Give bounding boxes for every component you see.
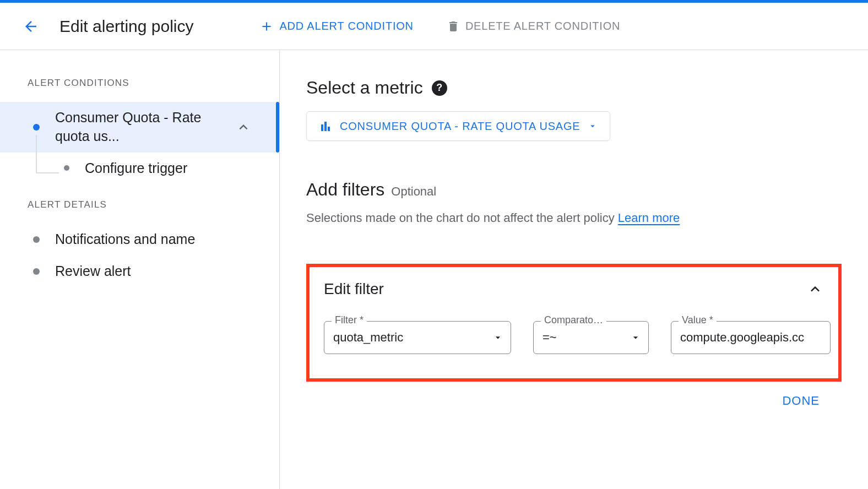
step-dot-icon — [33, 236, 40, 243]
trash-icon — [447, 20, 460, 33]
edit-filter-header: Edit filter — [324, 280, 824, 298]
add-condition-label: ADD ALERT CONDITION — [279, 20, 413, 32]
comparator-field: Comparato… =~ — [533, 321, 649, 354]
filter-field-label: Filter * — [332, 314, 367, 326]
arrow-left-icon — [23, 18, 39, 35]
main-panel: Select a metric ? CONSUMER QUOTA - RATE … — [280, 50, 868, 489]
sidebar: ALERT CONDITIONS Consumer Quota - Rate q… — [0, 50, 280, 489]
sidebar-item-label: Configure trigger — [85, 159, 252, 178]
filters-desc-text: Selections made on the chart do not affe… — [306, 211, 618, 225]
value-input[interactable]: compute.googleapis.cc — [671, 321, 831, 354]
step-dot-icon — [33, 124, 40, 131]
filters-heading-row: Add filters Optional — [306, 180, 842, 200]
filter-select[interactable]: quota_metric — [324, 321, 511, 354]
filters-description: Selections made on the chart do not affe… — [306, 211, 842, 225]
edit-filter-title: Edit filter — [324, 280, 384, 298]
step-dot-icon — [64, 165, 69, 171]
filter-field: Filter * quota_metric — [324, 321, 511, 354]
content: ALERT CONDITIONS Consumer Quota - Rate q… — [0, 50, 868, 489]
plus-icon — [259, 19, 274, 34]
edit-filter-panel: Edit filter Filter * quota_metric — [306, 264, 842, 382]
sidebar-item-review-alert[interactable]: Review alert — [0, 256, 279, 287]
filters-section: Add filters Optional Selections made on … — [306, 180, 842, 408]
sidebar-section-conditions: ALERT CONDITIONS — [0, 78, 279, 102]
header-actions: ADD ALERT CONDITION DELETE ALERT CONDITI… — [259, 15, 620, 38]
value-input-text: compute.googleapis.cc — [680, 330, 804, 345]
done-button[interactable]: DONE — [782, 394, 820, 408]
add-filters-heading: Add filters — [306, 180, 384, 200]
metric-selector[interactable]: CONSUMER QUOTA - RATE QUOTA USAGE — [306, 111, 610, 141]
done-row: DONE — [306, 394, 842, 408]
optional-label: Optional — [391, 184, 436, 199]
step-dot-icon — [33, 268, 40, 275]
sidebar-section-details: ALERT DETAILS — [0, 184, 279, 224]
sidebar-conditions-block: Consumer Quota - Rate quota us... Config… — [0, 102, 279, 184]
value-field-label: Value * — [679, 314, 717, 326]
sidebar-item-label: Consumer Quota - Rate quota us... — [55, 108, 229, 146]
chevron-up-icon — [806, 280, 824, 298]
learn-more-link[interactable]: Learn more — [618, 211, 680, 225]
metric-chip-label: CONSUMER QUOTA - RATE QUOTA USAGE — [340, 120, 580, 133]
sidebar-item-configure-trigger[interactable]: Configure trigger — [0, 153, 279, 184]
delete-condition-label: DELETE ALERT CONDITION — [465, 20, 620, 32]
back-button[interactable] — [22, 18, 40, 35]
select-metric-title: Select a metric — [306, 78, 423, 98]
collapse-filter-button[interactable] — [806, 280, 824, 298]
sidebar-item-label: Notifications and name — [55, 230, 252, 249]
page-title: Edit alerting policy — [59, 17, 193, 36]
sidebar-item-consumer-quota[interactable]: Consumer Quota - Rate quota us... — [0, 102, 279, 153]
caret-down-icon — [630, 332, 641, 343]
bar-chart-icon — [319, 119, 332, 133]
header: Edit alerting policy ADD ALERT CONDITION… — [0, 3, 868, 50]
sidebar-item-notifications[interactable]: Notifications and name — [0, 224, 279, 256]
filter-fields-row: Filter * quota_metric Comparato… =~ — [324, 321, 824, 354]
delete-alert-condition-button[interactable]: DELETE ALERT CONDITION — [447, 15, 620, 38]
caret-down-icon — [492, 332, 503, 343]
comparator-field-label: Comparato… — [541, 314, 606, 326]
filter-select-value: quota_metric — [333, 330, 403, 345]
add-alert-condition-button[interactable]: ADD ALERT CONDITION — [259, 15, 413, 38]
value-field: Value * compute.googleapis.cc — [671, 321, 831, 354]
chevron-up-icon — [235, 119, 252, 135]
comparator-select-value: =~ — [542, 330, 557, 345]
comparator-caret — [630, 332, 641, 343]
select-metric-heading: Select a metric ? — [306, 78, 842, 98]
filter-caret — [492, 332, 503, 343]
collapse-button[interactable] — [235, 119, 252, 135]
sidebar-item-label: Review alert — [55, 262, 252, 281]
help-icon[interactable]: ? — [432, 80, 447, 96]
caret-down-icon — [588, 121, 598, 131]
